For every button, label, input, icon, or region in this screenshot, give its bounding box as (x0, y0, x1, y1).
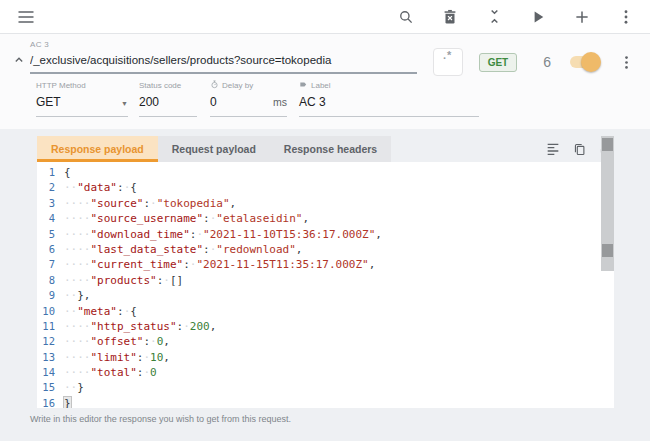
run-icon[interactable] (526, 5, 550, 29)
code-area[interactable]: 1{2··"data":·{3····"source":·"tokopedia"… (37, 162, 614, 408)
copy-icon[interactable] (570, 140, 588, 158)
delay-value: 0 (210, 95, 217, 109)
regex-toggle-button[interactable]: .* (433, 48, 463, 76)
line-number: 3 (37, 196, 64, 211)
search-icon[interactable] (394, 5, 418, 29)
line-number: 4 (37, 211, 64, 226)
status-code-field[interactable]: Status code 200 (139, 80, 197, 117)
line-number: 5 (37, 227, 64, 242)
code-line[interactable]: 11····"http_status":·200, (37, 319, 614, 334)
code-line[interactable]: 3····"source":·"tokopedia", (37, 196, 614, 211)
enable-toggle[interactable] (568, 52, 601, 72)
format-icon[interactable] (544, 140, 562, 158)
code-line[interactable]: 10··"meta":·{ (37, 304, 614, 319)
add-request-icon[interactable] (570, 5, 594, 29)
line-number: 10 (37, 304, 64, 319)
code-line[interactable]: 5····"download_time":·"2021-11-10T15:36:… (37, 227, 614, 242)
top-app-bar (0, 0, 650, 33)
collapse-request-icon[interactable] (8, 37, 30, 67)
code-line[interactable]: 9··}, (37, 288, 614, 303)
label-label: Label (299, 80, 479, 90)
tab-response-payload[interactable]: Response payload (37, 136, 158, 162)
line-number: 11 (37, 319, 64, 334)
request-header-row: AC 3 /_exclusive/acquisitions/sellers/pr… (8, 37, 638, 76)
more-options-icon[interactable] (614, 5, 638, 29)
request-url-group: AC 3 /_exclusive/acquisitions/sellers/pr… (30, 37, 417, 74)
tab-request-payload[interactable]: Request payload (158, 136, 270, 162)
code-line[interactable]: 12····"offset":·0, (37, 334, 614, 349)
code-line[interactable]: 15··} (37, 380, 614, 395)
request-count: 6 (543, 54, 551, 70)
code-line[interactable]: 1{ (37, 165, 614, 180)
collapse-all-icon[interactable] (482, 5, 506, 29)
timer-icon (210, 80, 219, 91)
delay-unit: ms (273, 96, 287, 108)
http-method-label: HTTP Method (36, 80, 128, 90)
request-name-caption: AC 3 (30, 40, 417, 49)
code-line[interactable]: 2··"data":·{ (37, 180, 614, 195)
code-line[interactable]: 14····"total":·0 (37, 365, 614, 380)
line-number: 13 (37, 350, 64, 365)
code-line[interactable]: 13····"limit":·10, (37, 350, 614, 365)
menu-icon[interactable] (14, 5, 38, 29)
code-line[interactable]: 7····"current_time":·"2021-11-15T11:35:1… (37, 257, 614, 272)
line-number: 14 (37, 365, 64, 380)
toggle-knob (581, 52, 601, 72)
delay-label: Delay by (210, 80, 287, 90)
payload-tabs: Response payload Request payload Respons… (37, 136, 614, 162)
code-line[interactable]: 6····"last_data_state":·"redownload", (37, 242, 614, 257)
line-number: 15 (37, 380, 64, 395)
http-method-field[interactable]: HTTP Method GET ▼ (36, 80, 128, 117)
http-method-value: GET (36, 95, 61, 109)
line-number: 6 (37, 242, 64, 257)
editor-hint: Write in this editor the response you wi… (30, 414, 650, 424)
status-code-label: Status code (139, 80, 197, 90)
request-settings-row: HTTP Method GET ▼ Status code 200 Delay … (36, 76, 638, 117)
request-card: AC 3 /_exclusive/acquisitions/sellers/pr… (0, 33, 650, 129)
line-number: 7 (37, 257, 64, 272)
status-code-value: 200 (139, 95, 159, 109)
method-badge: GET (479, 53, 518, 72)
tag-icon (299, 80, 308, 91)
tab-response-headers[interactable]: Response headers (270, 136, 391, 162)
delay-field[interactable]: Delay by 0 ms (210, 80, 287, 117)
request-more-options-icon[interactable] (614, 50, 638, 74)
editor-scrollbar[interactable] (601, 136, 614, 271)
code-line[interactable]: 4····"source_username":·"etalaseidin", (37, 211, 614, 226)
chevron-down-icon: ▼ (121, 100, 128, 107)
scrollbar-marker (602, 244, 613, 257)
request-controls: .* GET 6 (433, 37, 638, 76)
payload-editor-card: Response payload Request payload Respons… (37, 136, 614, 408)
line-number: 1 (37, 165, 64, 180)
code-line[interactable]: 8····"products":·[] (37, 273, 614, 288)
line-number: 16 (37, 396, 64, 408)
delete-all-icon[interactable] (438, 5, 462, 29)
line-number: 9 (37, 288, 64, 303)
line-number: 8 (37, 273, 64, 288)
request-url-input[interactable]: /_exclusive/acquisitions/sellers/product… (30, 49, 417, 74)
line-number: 12 (37, 334, 64, 349)
line-number: 2 (37, 180, 64, 195)
label-field[interactable]: Label AC 3 (299, 80, 479, 117)
scrollbar-thumb[interactable] (602, 138, 613, 151)
label-value: AC 3 (299, 95, 326, 109)
code-line[interactable]: 16} (37, 396, 614, 408)
